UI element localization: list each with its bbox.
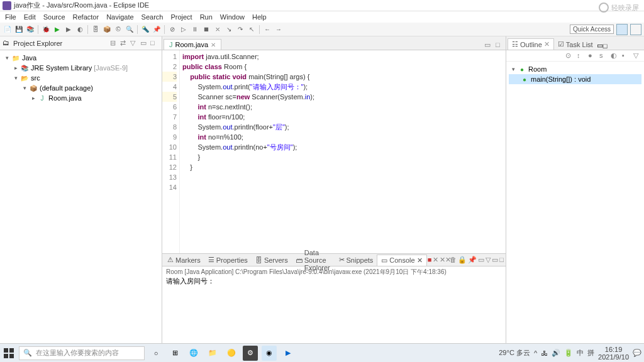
console-output[interactable]: Room [Java Application] C:\Program Files… [162, 266, 506, 344]
tab-snippets[interactable]: ✂Snippets [335, 255, 377, 265]
coverage-icon[interactable]: ◐ [75, 25, 85, 35]
notifications-icon[interactable]: 💬 [633, 349, 641, 357]
debug-icon[interactable]: 🐞 [41, 25, 51, 35]
taskbar-clock[interactable]: 16:192021/9/10 [598, 346, 629, 361]
menu-navigate[interactable]: Navigate [103, 12, 137, 22]
remove-launch-icon[interactable]: ✕ [433, 256, 438, 265]
run-last-icon[interactable]: ▶ [64, 25, 74, 35]
edge-icon[interactable]: 🌐 [186, 346, 201, 361]
maximize-outline-icon[interactable]: □ [603, 42, 608, 50]
terminate-console-icon[interactable]: ■ [428, 256, 432, 265]
new-class-icon[interactable]: © [113, 25, 123, 35]
open-console-icon[interactable]: ▽ [486, 256, 491, 265]
view-menu-icon[interactable]: ▽ [130, 39, 139, 48]
remove-all-icon[interactable]: ✕✕ [440, 256, 448, 265]
suspend-icon[interactable]: ⏸ [190, 25, 200, 35]
tab-markers[interactable]: ⚠Markers [164, 255, 204, 265]
maximize-icon[interactable]: □ [150, 39, 159, 48]
project-tree[interactable]: ▾📁Java ▸📚JRE System Library [JavaSE-9] ▾… [0, 50, 162, 344]
network-icon[interactable]: 🖧 [541, 349, 548, 357]
menu-file[interactable]: File [1, 12, 20, 22]
open-type-icon[interactable]: 🔍 [125, 25, 135, 35]
forward-icon[interactable]: → [274, 25, 284, 35]
scroll-lock-icon[interactable]: 🔒 [458, 256, 467, 265]
battery-icon[interactable]: 🔋 [564, 349, 573, 357]
new-package-icon[interactable]: 📦 [102, 25, 112, 35]
explorer-icon[interactable]: 📁 [205, 346, 220, 361]
close-tab-icon[interactable]: ✕ [211, 41, 216, 48]
hide-static-icon[interactable]: s [599, 52, 608, 60]
menu-window[interactable]: Window [216, 12, 248, 22]
task-view-icon[interactable]: ⊞ [167, 346, 182, 361]
menu-project[interactable]: Project [167, 12, 196, 22]
perspective-switcher-icon[interactable] [630, 24, 641, 35]
pin-console-icon[interactable]: 📌 [468, 256, 477, 265]
new-icon[interactable]: 📄 [3, 25, 13, 35]
tab-outline[interactable]: ☷Outline✕ [508, 38, 554, 50]
step-over-icon[interactable]: ↷ [235, 25, 245, 35]
tab-servers[interactable]: 🗄Servers [252, 255, 292, 265]
hide-local-icon[interactable]: ▪ [622, 52, 631, 60]
focus-icon[interactable]: ⊙ [565, 52, 574, 60]
volume-icon[interactable]: 🔊 [552, 349, 560, 357]
skip-breakpoints-icon[interactable]: ⊘ [167, 25, 177, 35]
hide-nonpublic-icon[interactable]: ◐ [611, 52, 619, 60]
collapse-all-icon[interactable]: ⊟ [110, 39, 119, 48]
maximize-editor-icon[interactable]: □ [496, 41, 504, 50]
tree-jre[interactable]: ▸📚JRE System Library [JavaSE-9] [3, 63, 159, 73]
start-button[interactable] [3, 347, 15, 359]
app-icon[interactable]: ⚙ [243, 346, 258, 361]
ime-icon[interactable]: 中 [577, 348, 584, 358]
back-icon[interactable]: ← [262, 25, 272, 35]
disconnect-icon[interactable]: ⤫ [213, 25, 223, 35]
menu-edit[interactable]: Edit [20, 12, 40, 22]
new-server-icon[interactable]: 🗄 [91, 25, 101, 35]
maximize-console-icon[interactable]: □ [499, 256, 504, 265]
tab-console[interactable]: ▭Console✕ [377, 255, 426, 266]
save-icon[interactable]: 💾 [14, 25, 24, 35]
link-editor-icon[interactable]: ⇄ [120, 39, 129, 48]
tree-src[interactable]: ▾📂src [3, 73, 159, 83]
menu-source[interactable]: Source [40, 12, 69, 22]
search-icon[interactable]: 🔦 [140, 25, 150, 35]
input-icon[interactable]: 拼 [587, 348, 594, 358]
outline-tree[interactable]: ▾●Room ●main(String[]) : void [506, 62, 644, 87]
save-all-icon[interactable]: 📚 [25, 25, 35, 35]
tree-project[interactable]: ▾📁Java [3, 53, 159, 63]
quick-access[interactable]: Quick Access [570, 25, 614, 34]
sort-icon[interactable]: ↕ [577, 52, 586, 60]
step-into-icon[interactable]: ↘ [224, 25, 234, 35]
run-icon[interactable]: ▶ [52, 25, 62, 35]
menu-help[interactable]: Help [248, 12, 270, 22]
terminate-icon[interactable]: ⏹ [201, 25, 211, 35]
minimize-editor-icon[interactable]: ▭ [484, 41, 493, 50]
hide-fields-icon[interactable]: ● [588, 52, 597, 60]
tree-file-room[interactable]: ▸JRoom.java [3, 93, 159, 103]
tab-tasklist[interactable]: ☑Task List [554, 39, 597, 50]
perspective-java-icon[interactable] [616, 24, 628, 35]
tab-room-java[interactable]: J Room.java ✕ [164, 39, 221, 50]
toggle-mark-icon[interactable]: 📌 [152, 25, 162, 35]
menu-refactor[interactable]: Refactor [69, 12, 103, 22]
menu-run[interactable]: Run [196, 12, 216, 22]
media-icon[interactable]: ▶ [280, 346, 296, 361]
cortana-icon[interactable]: ○ [148, 346, 164, 361]
resume-icon[interactable]: ▷ [179, 25, 189, 35]
outline-class[interactable]: ▾●Room [509, 64, 641, 74]
code-editor[interactable]: 1234567891011121314 import java.util.Sca… [162, 50, 506, 253]
minimize-outline-icon[interactable]: ▭ [597, 41, 603, 50]
weather-widget[interactable]: 29°C 多云 [499, 348, 530, 358]
minimize-console-icon[interactable]: ▭ [492, 256, 498, 265]
close-icon[interactable]: ✕ [417, 256, 423, 265]
eclipse-taskbar-icon[interactable]: ◉ [262, 346, 277, 361]
minimize-icon[interactable]: ▭ [140, 39, 149, 48]
menu-search[interactable]: Search [138, 12, 167, 22]
step-return-icon[interactable]: ↖ [247, 25, 257, 35]
display-console-icon[interactable]: ▭ [478, 256, 484, 265]
clear-console-icon[interactable]: 🗑 [450, 256, 457, 265]
code-area[interactable]: import java.util.Scanner;public class Ro… [180, 50, 506, 253]
taskbar-search[interactable]: 🔍 在这里输入你要搜索的内容 [19, 346, 145, 360]
view-menu-icon[interactable]: ▽ [633, 52, 642, 60]
tab-properties[interactable]: ☰Properties [204, 255, 252, 265]
outline-method-main[interactable]: ●main(String[]) : void [509, 74, 641, 84]
